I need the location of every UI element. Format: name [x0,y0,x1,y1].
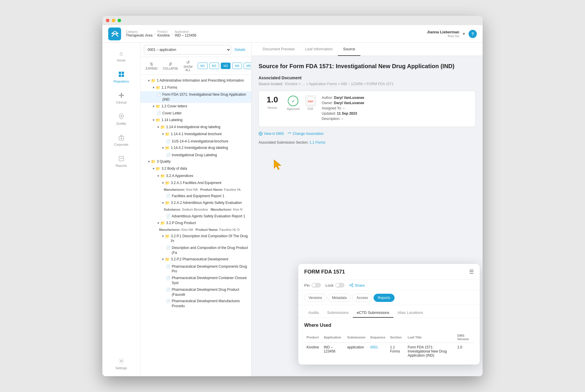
sub-tab-audits[interactable]: Audits [304,308,323,318]
tree-item-cover[interactable]: 📄 Cover Letter [140,110,251,117]
sub-tab-alias[interactable]: Alias Locations [393,308,427,318]
pin-toggle[interactable] [312,283,321,288]
tree-item-1[interactable]: ▼ 📁 1 Administrative Information and Pre… [140,77,251,84]
tab-leaf-information[interactable]: Leaf Information [300,43,338,56]
details-link[interactable]: Details [232,48,248,52]
action-links: View in DMS Change Association [259,132,476,136]
module-m4-button[interactable]: M4 [232,63,242,69]
assigned-value: – [343,106,345,110]
tree-item-brochure[interactable]: 📄 1US-14-4-1-investigational-brochure [140,138,251,145]
description-value: – [341,117,343,121]
module-m2-button[interactable]: M2 [209,63,219,69]
doc-status: ✓ Approved [287,96,300,122]
tree-label-pharma-b: Pharmaceutical Development Container Clo… [172,276,249,286]
tree-label-3.2.P.1: 3.2.P.1 Description And Composition Of T… [171,234,249,244]
card-tab-access[interactable]: Access [352,294,372,302]
file-type-label: PDF [308,107,314,111]
breadcrumb-product-label: Product [157,30,170,33]
show-all-icon: ↺ [186,60,190,65]
tree-item-1.14.4.2[interactable]: ▼ 📁 1.14.4.2 Investigational drug labeli… [140,145,251,152]
collapse-button[interactable]: ⇵ COLLAPSE [161,61,180,71]
sidebar-item-clinical[interactable]: Clinical [102,88,140,108]
tab-document-preview[interactable]: Document Preview [257,43,300,56]
svg-rect-3 [122,75,124,77]
tree-item-3.2.A.1.meta: Manufacturer: Kivo NA Product Name: Faux… [140,187,251,193]
floating-card: FORM FDA 1571 ☰ Pin Lock Share [298,264,480,365]
close-dot[interactable] [106,19,109,22]
tree-item-1.14.4[interactable]: ▼ 📁 1.14.4 Investigational drug labeling [140,124,251,131]
lock-toggle[interactable] [335,283,345,288]
tree-item-1.1.form[interactable]: 📄 Form FDA 1571: Investigational New Dru… [140,91,251,103]
pin-label: Pin [304,283,310,288]
tree-item-3.2.P.1[interactable]: ▼ 📁 3.2.P.1 Description And Composition … [140,233,251,245]
tree-item-1.14.4.1[interactable]: ▼ 📁 1.14.4.1 Investigational brochure [140,131,251,138]
tree-item-3.2.P[interactable]: ▼ 📁 3.2.P Drug Product [140,220,251,227]
left-nav: ⌂ Home Regulatory [102,43,140,376]
module-m3-button[interactable]: M3 [221,63,230,69]
card-tab-versions[interactable]: Versions [304,294,326,302]
module-m5-button[interactable]: M5 [244,63,252,69]
tree-item-3[interactable]: ▼ 📁 3 Quality [140,158,251,165]
tree-item-pharma-d[interactable]: 📄 Pharmaceutical Development Manufacture… [140,298,251,310]
tree-label-1.2: 1.2 Cover letters [161,104,249,109]
file-icon: 📄 [166,264,171,269]
tree-item-facilities[interactable]: 📄 Facilities and Equipment Report 1 [140,193,251,200]
user-menu-chevron[interactable]: ▼ [462,32,466,36]
source-located-label: Source located: [259,82,283,86]
tree-item-1.14[interactable]: ▼ 📁 1.14 Labeling [140,117,251,124]
tab-source[interactable]: Source [338,43,360,56]
file-icon: 📄 [166,299,171,304]
tree-item-drug-labeling[interactable]: 📄 Investigational Drug Labeling [140,152,251,159]
module-m1-button[interactable]: M1 [198,63,207,69]
sidebar-item-quality[interactable]: Quality [102,109,140,129]
source-path: Source located: Kivotine > … > Applicati… [259,82,476,86]
tree-item-3.2.A.2[interactable]: ▼ 📁 3.2.A.2 Adventitious Agents Safety E… [140,200,251,207]
meta-text: Substance: Sodium Benzoline Manufacturer… [164,207,242,212]
sidebar-item-regulatory[interactable]: Regulatory [102,67,140,87]
change-association-link[interactable]: Change Association [287,132,324,136]
show-all-button[interactable]: ↺ SHOW ALL [182,59,194,73]
tree-container: ▼ 📁 1 Administrative Information and Pre… [140,75,251,376]
card-body: Where Used Product Application Submissio… [298,318,480,365]
sidebar-item-settings[interactable]: Settings [102,353,140,373]
tree-label-facilities: Facilities and Equipment Report 1 [172,194,249,199]
tree-item-3.2.A[interactable]: ▼ 📁 3.2.A Appendices [140,173,251,180]
associated-document-heading: Associated Document [259,75,476,80]
submission-section: Associated Submission Section: 1.1 Forms [259,140,476,145]
settings-icon [117,357,125,365]
application-dropdown[interactable]: 0001 – application [144,45,231,54]
tree-item-pharma-a[interactable]: 📄 Pharmaceutical Development Components … [140,263,251,275]
view-in-dms-link[interactable]: View in DMS [259,132,284,136]
lock-label: Lock [326,283,333,288]
tree-item-1.1[interactable]: ▼ 📁 1.1 Forms [140,84,251,91]
sidebar-item-corporate[interactable]: Corporate [102,130,140,150]
sub-tab-submissions[interactable]: Submissions [323,308,353,318]
tree-item-1.2[interactable]: ▼ 📁 1.2 Cover letters [140,103,251,110]
tree-item-3.2.P.2[interactable]: ▼ 📁 3.2.P.2 Pharmaceutical Development [140,256,251,263]
source-path-value: Kivotine > … > Application Forms > IND –… [285,82,394,86]
minimize-dot[interactable] [112,19,115,22]
card-tab-reports[interactable]: Reports [374,294,395,302]
tree-item-3.2[interactable]: ▼ 📁 3.2 Body of data [140,165,251,172]
app-window: Category Therapeutic Area › Product Kivo… [102,16,483,376]
tree-item-description[interactable]: 📄 Description and Composition of the Dru… [140,245,251,256]
tree-item-3.2.A.1[interactable]: ▼ 📁 3.2.A.1 Facilities And Equipment [140,180,251,187]
svg-rect-5 [119,95,124,96]
cell-submission: application [345,343,368,360]
tree-item-pharma-c[interactable]: 📄 Pharmaceutical Development Drug Produc… [140,286,251,298]
help-button[interactable]: ? [469,30,477,38]
sidebar-item-home[interactable]: ⌂ Home [102,46,140,66]
expand-button[interactable]: ⇅ EXPAND [144,61,159,71]
card-menu-button[interactable]: ☰ [469,269,474,275]
submission-label: Associated Submission Section: [259,140,309,145]
expand-icon: ⇅ [150,62,153,66]
tree-item-adventitious[interactable]: 📄 Adventitious Agents Safety Evaluation … [140,213,251,220]
sub-tab-ectd[interactable]: eCTD Submissions [353,308,393,318]
tree-item-pharma-b[interactable]: 📄 Pharmaceutical Development Container C… [140,275,251,286]
submission-link[interactable]: 1.1 Forms [309,140,325,145]
sidebar-item-reports[interactable]: Reports [102,151,140,171]
sequence-link[interactable]: 0001 [370,345,378,349]
maximize-dot[interactable] [118,19,121,22]
share-button[interactable]: Share [349,283,365,288]
card-tab-metadata[interactable]: Metadata [328,294,351,302]
